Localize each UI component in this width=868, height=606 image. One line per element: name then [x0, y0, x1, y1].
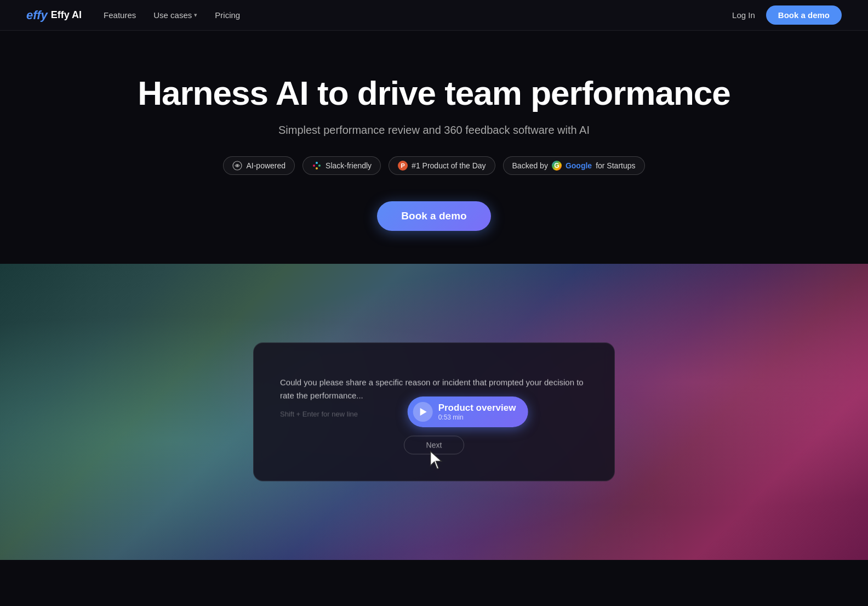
svg-rect-5 — [316, 167, 318, 169]
cursor — [430, 450, 445, 472]
nav-links: Features Use cases ▾ Pricing — [104, 10, 240, 20]
producthunt-icon: P — [398, 161, 408, 171]
logo-effy: effy — [26, 8, 48, 22]
product-overview-pill[interactable]: Product overview 0:53 min — [408, 397, 528, 427]
book-demo-nav-button[interactable]: Book a demo — [766, 5, 842, 25]
pill-text: Product overview 0:53 min — [438, 403, 516, 421]
ai-icon — [232, 161, 242, 171]
hero-title: Harness AI to drive team performance — [26, 75, 842, 112]
slack-icon — [312, 161, 322, 171]
for-startups-label: for Startups — [596, 161, 635, 170]
hero-subtitle: Simplest performance review and 360 feed… — [26, 124, 842, 137]
svg-point-1 — [236, 165, 238, 167]
nav-left: effy Effy AI Features Use cases ▾ Pricin… — [26, 8, 240, 22]
nav-features[interactable]: Features — [104, 10, 136, 20]
hero-section: Harness AI to drive team performance Sim… — [0, 31, 868, 264]
badge-google-startups: Backed by G Google for Startups — [503, 156, 645, 175]
svg-rect-2 — [313, 165, 315, 167]
svg-rect-4 — [318, 165, 321, 167]
nav-use-cases[interactable]: Use cases ▾ — [153, 10, 197, 20]
badge-product-of-day: P #1 Product of the Day — [389, 156, 495, 175]
chevron-down-icon: ▾ — [194, 12, 197, 19]
badge-slack-friendly: Slack-friendly — [302, 156, 381, 175]
google-text: Google — [566, 161, 592, 170]
play-button[interactable] — [413, 402, 433, 422]
backed-by-label: Backed by — [512, 161, 548, 170]
navbar: effy Effy AI Features Use cases ▾ Pricin… — [0, 0, 868, 31]
badges-row: AI-powered Slack-friendly P #1 Product o… — [26, 156, 842, 175]
product-overview-title: Product overview — [438, 403, 516, 414]
logo-name: Effy AI — [51, 9, 82, 21]
video-section: Could you please share a specific reason… — [0, 264, 868, 560]
google-icon: G — [552, 161, 562, 171]
product-duration: 0:53 min — [438, 414, 516, 421]
badge-ai-label: AI-powered — [246, 161, 285, 170]
badge-ai-powered: AI-powered — [223, 156, 295, 175]
svg-rect-3 — [316, 162, 318, 164]
play-icon — [420, 408, 427, 416]
book-demo-hero-button[interactable]: Book a demo — [377, 201, 490, 231]
nav-pricing[interactable]: Pricing — [215, 10, 240, 20]
nav-use-cases-label: Use cases — [153, 10, 192, 20]
badge-product-label: #1 Product of the Day — [412, 161, 486, 170]
nav-right: Log In Book a demo — [732, 5, 842, 25]
login-button[interactable]: Log In — [732, 10, 755, 20]
badge-slack-label: Slack-friendly — [326, 161, 372, 170]
logo[interactable]: effy Effy AI — [26, 8, 82, 22]
